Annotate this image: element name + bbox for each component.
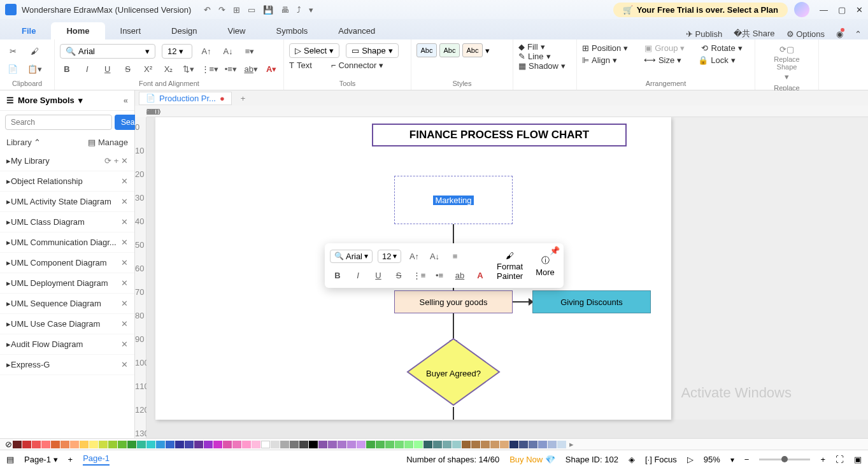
decrease-font-icon[interactable]: A↓ [220, 43, 236, 59]
italic-icon[interactable]: I [80, 61, 94, 76]
maximize-icon[interactable]: ▢ [838, 5, 846, 15]
tab-design[interactable]: Design [156, 22, 212, 39]
color-swatch[interactable] [22, 441, 31, 448]
color-swatch[interactable] [338, 441, 346, 448]
format-painter-icon[interactable]: 🖌 [27, 43, 42, 59]
color-swatch[interactable] [433, 441, 442, 448]
color-swatch[interactable] [309, 441, 318, 448]
color-swatch[interactable] [108, 441, 117, 448]
color-swatch[interactable] [538, 441, 547, 448]
marketing-shape[interactable]: Marketing [394, 176, 513, 224]
color-swatch[interactable] [471, 441, 480, 448]
increase-font-icon[interactable]: A↑ [199, 43, 214, 59]
tab-view[interactable]: View [213, 22, 261, 39]
color-swatch[interactable] [13, 441, 22, 448]
canvas[interactable]: FINANCE PROCESS FLOW CHART Marketing Sel… [146, 117, 868, 438]
color-swatch[interactable] [500, 441, 509, 448]
color-swatch[interactable] [443, 441, 452, 448]
size-button[interactable]: ⟷ Size▾ [644, 55, 681, 65]
color-swatch[interactable] [299, 441, 308, 448]
color-swatch[interactable] [529, 441, 537, 448]
symbol-search-input[interactable] [5, 115, 112, 130]
style-more-icon[interactable]: ▾ [485, 46, 490, 55]
color-swatch[interactable] [414, 441, 423, 448]
align-button[interactable]: ⊫ Align▾ [582, 55, 617, 65]
style-swatch-2[interactable]: Abc [439, 43, 460, 57]
font-family-combo[interactable]: 🔍 Arial ▾ [60, 44, 155, 59]
float-size-combo[interactable]: 12 ▾ [378, 250, 401, 263]
subscript-icon[interactable]: X₂ [162, 61, 176, 76]
doc-tab[interactable]: 📄 Production Pr... ● [139, 92, 232, 105]
shadow-button[interactable]: ▦ Shadow ▾ [518, 61, 571, 71]
lib-item[interactable]: ▸ UML Class Diagram✕ [0, 212, 134, 232]
fill-button[interactable]: ◆ Fill ▾ [518, 42, 571, 52]
color-swatch[interactable] [99, 441, 108, 448]
color-swatch[interactable] [32, 441, 41, 448]
print-icon[interactable]: 🖶 [281, 5, 289, 15]
rotate-button[interactable]: ⟲ Rotate▾ [701, 43, 742, 53]
trial-banner[interactable]: 🛒 Your Free Trial is over. Select a Plan [613, 3, 788, 17]
color-swatch[interactable] [395, 441, 404, 448]
color-swatch[interactable] [80, 441, 89, 448]
more-symbols-label[interactable]: More Symbols [18, 96, 75, 105]
new-icon[interactable]: ⊞ [233, 5, 240, 15]
lib-item[interactable]: ▸ Audit Flow Diagram✕ [0, 334, 134, 355]
text-tool[interactable]: T Text [289, 61, 312, 70]
export-icon[interactable]: ⤴ [297, 5, 301, 15]
float-format-painter[interactable]: 🖌 Format Painter [493, 248, 527, 283]
style-swatch-3[interactable]: Abc [462, 43, 483, 57]
lib-item[interactable]: ▸ UML Activity State Diagram✕ [0, 192, 134, 212]
color-swatch[interactable] [175, 441, 184, 448]
color-swatch[interactable] [223, 441, 232, 448]
buy-now-link[interactable]: Buy Now 💎 [509, 455, 555, 464]
color-swatch[interactable] [347, 441, 356, 448]
zoom-out-icon[interactable]: − [744, 455, 750, 464]
add-tab-icon[interactable]: + [236, 94, 251, 103]
user-avatar[interactable] [794, 2, 809, 17]
color-swatch[interactable] [366, 441, 375, 448]
fit-page-icon[interactable]: ⛶ [836, 455, 844, 464]
pin-icon[interactable]: 📌 [550, 246, 560, 255]
zoom-in-icon[interactable]: + [820, 455, 825, 464]
color-swatch[interactable] [146, 441, 155, 448]
color-swatch[interactable] [242, 441, 251, 448]
color-swatch[interactable] [462, 441, 471, 448]
discounts-shape[interactable]: Giving Discounts [532, 290, 651, 313]
lib-mylibrary[interactable]: ▸ My Library ⟳ + ✕ [0, 151, 134, 171]
style-swatch-1[interactable]: Abc [416, 43, 437, 57]
cut-icon[interactable]: ✂ [5, 43, 20, 59]
lib-item[interactable]: ▸ UML Component Diagram✕ [0, 253, 134, 273]
color-swatch[interactable] [328, 441, 337, 448]
selling-shape[interactable]: Selling your goods [394, 290, 513, 313]
buyer-decision-shape[interactable]: Buyer Agreed? [406, 337, 501, 407]
lib-item[interactable]: ▸ UML Sequence Diagram✕ [0, 294, 134, 314]
color-swatch[interactable] [137, 441, 146, 448]
lib-item[interactable]: ▸ Express-G✕ [0, 355, 134, 375]
pages-icon[interactable]: ▤ [6, 455, 14, 464]
position-button[interactable]: ⊞ Position▾ [582, 43, 628, 53]
color-swatch[interactable] [51, 441, 60, 448]
zoom-slider[interactable] [759, 459, 810, 460]
color-swatch[interactable] [318, 441, 327, 448]
color-swatch[interactable] [290, 441, 299, 448]
color-swatch[interactable] [271, 441, 280, 448]
add-page-icon[interactable]: + [68, 455, 73, 464]
color-swatch[interactable] [376, 441, 385, 448]
color-swatch[interactable] [60, 441, 69, 448]
color-swatch[interactable] [385, 441, 394, 448]
color-swatch[interactable] [204, 441, 213, 448]
lib-item[interactable]: ▸ UML Use Case Diagram✕ [0, 314, 134, 334]
redo-icon[interactable]: ↷ [218, 5, 225, 15]
highlight-icon[interactable]: ab▾ [244, 61, 258, 76]
superscript-icon[interactable]: X² [141, 61, 155, 76]
color-swatch[interactable] [452, 441, 461, 448]
undo-icon[interactable]: ↶ [204, 5, 211, 15]
color-swatch[interactable] [156, 441, 165, 448]
font-size-combo[interactable]: 12 ▾ [162, 44, 192, 59]
float-numlist-icon[interactable]: ⋮≡ [411, 267, 427, 283]
color-swatch[interactable] [280, 441, 289, 448]
color-swatch[interactable] [252, 441, 260, 448]
underline-icon[interactable]: U [101, 61, 115, 76]
color-swatch[interactable] [357, 441, 366, 448]
color-swatch[interactable] [118, 441, 127, 448]
